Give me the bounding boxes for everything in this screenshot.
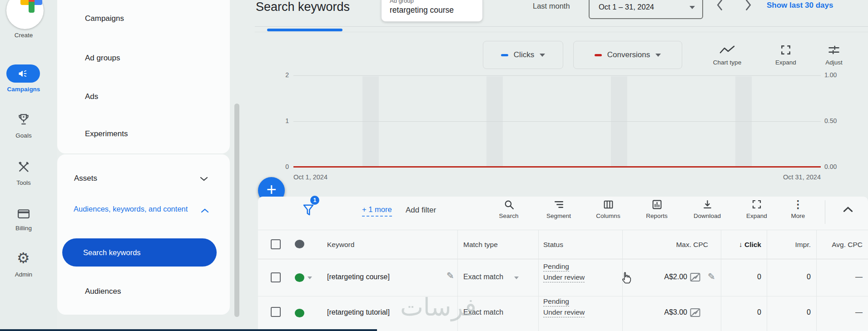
status-enabled-dot[interactable] bbox=[295, 309, 304, 317]
metric-select-conversions[interactable]: Conversions bbox=[573, 41, 682, 69]
subnav-item-campaigns[interactable]: Campaigns bbox=[85, 14, 124, 23]
status-line-2[interactable]: Under review bbox=[543, 273, 585, 282]
gear-icon[interactable]: ⚙ bbox=[17, 250, 30, 266]
dropdown-caret-icon bbox=[655, 54, 661, 57]
toolbar-columns-button[interactable]: Columns bbox=[588, 198, 629, 219]
vertical-scrollbar[interactable] bbox=[234, 104, 239, 317]
bid-ineligible-icon bbox=[689, 272, 701, 282]
column-header-match-type[interactable]: Match type bbox=[463, 241, 498, 249]
subnav-section-audiences-keywords-content[interactable]: Audiences, keywords, and content bbox=[74, 203, 195, 215]
row-checkbox[interactable] bbox=[271, 272, 281, 282]
weekend-band bbox=[611, 76, 627, 167]
y-axis-tick-left: 0 bbox=[273, 163, 289, 170]
credit-card-icon[interactable] bbox=[17, 208, 30, 220]
chart-type-icon bbox=[708, 44, 746, 56]
metric-select-clicks[interactable]: Clicks bbox=[483, 41, 563, 69]
status-enabled-dot[interactable] bbox=[295, 273, 304, 282]
watermark: فرسات bbox=[386, 293, 491, 321]
collapse-table-chevron[interactable] bbox=[841, 204, 855, 214]
chart-type-button[interactable]: Chart type bbox=[708, 44, 746, 66]
column-header-clicks-sorted[interactable]: ↓ Click bbox=[721, 241, 767, 249]
match-type-cell[interactable]: Exact match bbox=[463, 273, 503, 281]
filter-funnel-icon[interactable] bbox=[302, 203, 315, 218]
conversions-series-label: Conversions bbox=[607, 50, 650, 59]
toolbar-expand-button[interactable]: Expand bbox=[736, 198, 777, 219]
video-progress-bar bbox=[0, 329, 377, 331]
column-header-status[interactable]: Status bbox=[543, 241, 563, 249]
subnav-item-search-keywords-selected[interactable]: Search keywords bbox=[62, 238, 217, 267]
x-axis-end-label: Oct 31, 2024 bbox=[766, 173, 821, 181]
subnav-item-experiments[interactable]: Experiments bbox=[85, 129, 128, 138]
tooltip-value: retargeting course bbox=[390, 5, 454, 15]
subnav-section-assets[interactable]: Assets bbox=[74, 174, 97, 183]
show-last-30-days-link[interactable]: Show last 30 days bbox=[767, 1, 833, 10]
dropdown-caret-icon bbox=[689, 6, 695, 9]
next-period-button[interactable] bbox=[742, 0, 754, 12]
match-type-caret-icon[interactable] bbox=[514, 277, 519, 279]
subnav-item-ads[interactable]: Ads bbox=[85, 92, 98, 101]
status-line-2[interactable]: Under review bbox=[543, 308, 585, 317]
impressions-cell: 0 bbox=[767, 308, 816, 316]
previous-period-button[interactable] bbox=[714, 0, 726, 12]
chevron-down-icon[interactable] bbox=[199, 175, 209, 183]
toolbar-reports-button[interactable]: Reports bbox=[636, 198, 677, 219]
active-tab-indicator bbox=[267, 29, 342, 31]
status-caret-icon[interactable] bbox=[308, 277, 312, 279]
sidebar-item-campaigns[interactable] bbox=[6, 64, 40, 83]
edit-bid-pencil-icon[interactable]: ✎ bbox=[708, 271, 715, 282]
ad-group-tooltip: Ad group retargeting course bbox=[381, 0, 483, 22]
toolbar-segment-button[interactable]: Segment bbox=[538, 198, 579, 219]
sidebar-label-goals: Goals bbox=[0, 132, 47, 139]
edit-pencil-icon[interactable]: ✎ bbox=[446, 270, 454, 281]
header-row-border bbox=[258, 259, 868, 259]
sidebar-label-admin: Admin bbox=[0, 271, 47, 278]
column-header-max-cpc[interactable]: Max. CPC bbox=[622, 241, 712, 249]
clicks-cell: 0 bbox=[721, 273, 767, 281]
status-cell[interactable]: Pending Under review bbox=[543, 297, 585, 317]
bid-ineligible-icon bbox=[689, 307, 701, 318]
column-header-avg-cpc[interactable]: Avg. CPC bbox=[816, 241, 867, 249]
y-axis-tick-left: 2 bbox=[273, 71, 289, 79]
segment-icon bbox=[538, 198, 579, 210]
header-divider bbox=[255, 26, 868, 27]
reports-icon bbox=[636, 198, 677, 210]
create-label: Create bbox=[0, 32, 47, 39]
sidebar-label-tools: Tools bbox=[0, 179, 47, 186]
chart-adjust-button[interactable]: Adjust bbox=[815, 44, 853, 66]
impressions-cell: 0 bbox=[767, 273, 816, 281]
toolbar-search-button[interactable]: Search bbox=[488, 198, 529, 219]
weekend-band bbox=[486, 76, 503, 167]
expand-label: Expand bbox=[767, 59, 805, 66]
subnav-item-audiences[interactable]: Audiences bbox=[85, 287, 121, 296]
tools-icon[interactable] bbox=[16, 160, 31, 174]
date-range-select[interactable]: Oct 1 – 31, 2024 bbox=[589, 0, 703, 19]
keyword-cell[interactable]: [retargeting tutorial] bbox=[327, 308, 390, 316]
column-divider bbox=[538, 230, 539, 331]
status-cell[interactable]: Pending Under review bbox=[543, 262, 585, 282]
toolbar-download-button[interactable]: Download bbox=[687, 198, 728, 219]
add-filter-button[interactable]: Add filter bbox=[406, 206, 436, 215]
keyword-cell[interactable]: [retargeting course] bbox=[327, 273, 390, 281]
sidebar-label-billing: Billing bbox=[0, 225, 47, 232]
trophy-icon[interactable] bbox=[16, 112, 31, 127]
more-filters-link[interactable]: + 1 more bbox=[362, 205, 392, 217]
subnav-item-ad-groups[interactable]: Ad groups bbox=[85, 54, 120, 63]
search-icon bbox=[488, 198, 529, 210]
status-line-1[interactable]: Pending bbox=[543, 262, 569, 272]
row-checkbox[interactable] bbox=[271, 307, 281, 317]
conversions-series-swatch bbox=[595, 54, 602, 56]
max-cpc-cell[interactable]: A$3.00 bbox=[622, 308, 687, 316]
filter-count-badge: 1 bbox=[310, 196, 319, 205]
create-button[interactable] bbox=[6, 0, 44, 29]
column-header-keyword[interactable]: Keyword bbox=[327, 241, 354, 249]
download-icon bbox=[687, 198, 728, 210]
select-all-checkbox[interactable] bbox=[271, 239, 281, 249]
chart-expand-button[interactable]: Expand bbox=[767, 44, 805, 66]
toolbar-more-button[interactable]: ⋮ More bbox=[778, 198, 818, 219]
tooltip-label: Ad group bbox=[390, 0, 414, 4]
column-header-impressions[interactable]: Impr. bbox=[767, 241, 816, 249]
status-line-1[interactable]: Pending bbox=[543, 297, 569, 306]
section-divider bbox=[255, 32, 868, 32]
row-border bbox=[258, 296, 868, 296]
chevron-up-icon[interactable] bbox=[200, 207, 210, 214]
